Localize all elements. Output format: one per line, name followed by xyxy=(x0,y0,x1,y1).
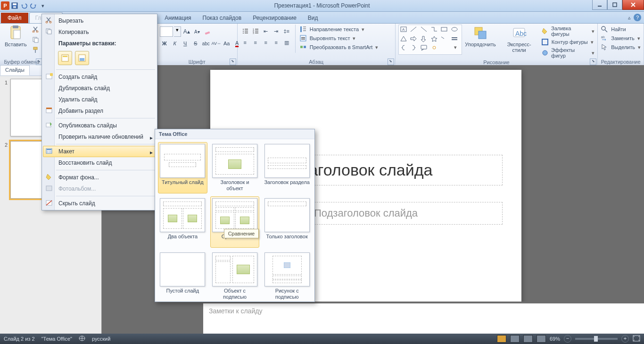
bullets-icon[interactable] xyxy=(240,26,250,36)
view-reading-icon[interactable] xyxy=(523,335,533,343)
cut-icon[interactable] xyxy=(31,25,40,34)
paste-opt-keep[interactable] xyxy=(75,51,89,65)
layout-title-content[interactable]: Заголовок и объект xyxy=(210,142,260,193)
shape-textbox-icon[interactable]: A xyxy=(400,26,410,35)
ctx-format-bg[interactable]: Формат фона... xyxy=(43,172,156,183)
tab-anim[interactable]: Анимация xyxy=(159,13,197,23)
qat-more-icon[interactable]: ▾ xyxy=(39,1,47,10)
paste-opt-theme[interactable] xyxy=(58,51,72,65)
columns-icon[interactable]: ▥ xyxy=(282,38,291,47)
font-size-dropdown-icon[interactable]: ▾ xyxy=(174,26,181,37)
save-icon[interactable] xyxy=(10,1,19,10)
shape-lbrace-icon[interactable] xyxy=(400,44,410,53)
format-painter-icon[interactable] xyxy=(31,45,40,55)
paste-button[interactable]: Вставить xyxy=(3,25,29,48)
para-launcher-icon[interactable]: ⬊ xyxy=(388,59,394,65)
shape-fill-button[interactable]: Заливка фигуры▾ xyxy=(541,25,594,37)
grow-font-icon[interactable]: A▴ xyxy=(182,27,191,36)
decrease-indent-icon[interactable]: ⇤ xyxy=(261,26,271,36)
shape-connector-icon[interactable] xyxy=(430,26,440,35)
layout-picture-caption[interactable]: Рисунок с подписью xyxy=(262,251,312,302)
shape-star-icon[interactable] xyxy=(430,35,440,44)
redo-icon[interactable] xyxy=(29,1,38,10)
close-button[interactable] xyxy=(622,0,644,10)
shape-triangle-icon[interactable] xyxy=(400,35,410,44)
layout-section-header[interactable]: Заголовок раздела xyxy=(262,142,312,193)
ctx-new-slide[interactable]: Создать слайд xyxy=(43,71,156,83)
align-right-icon[interactable]: ≡ xyxy=(261,38,271,47)
layout-comparison[interactable]: Сравнение Сравнение xyxy=(210,196,260,248)
app-icon[interactable]: P xyxy=(1,1,9,10)
ctx-layout[interactable]: Макет▸ xyxy=(43,146,156,157)
layout-title-slide[interactable]: Титульный слайд xyxy=(158,142,207,193)
ctx-copy[interactable]: Копировать xyxy=(43,26,156,38)
numbering-icon[interactable]: 123 xyxy=(251,26,260,36)
ctx-check-updates[interactable]: Проверить наличие обновлений▸ xyxy=(43,131,156,143)
align-center-icon[interactable]: ≡ xyxy=(251,38,260,47)
line-spacing-icon[interactable]: ‡≡ xyxy=(282,26,291,36)
replace-button[interactable]: abЗаменить▾ xyxy=(601,34,640,42)
tab-file[interactable]: Файл xyxy=(1,13,28,23)
justify-icon[interactable]: ≡ xyxy=(272,38,281,47)
arrange-button[interactable]: Упорядочить xyxy=(464,25,497,48)
shape-line-icon[interactable] xyxy=(410,26,420,35)
ctx-reset[interactable]: Восстановить слайд xyxy=(43,157,156,168)
shapes-more-icon[interactable]: ▾ xyxy=(451,44,461,53)
shapes-gallery[interactable]: A ▾ xyxy=(398,25,462,55)
align-text-button[interactable]: Выровнять текст▾ xyxy=(299,34,378,42)
ctx-hide[interactable]: Скрыть слайд xyxy=(43,198,156,209)
view-slideshow-icon[interactable] xyxy=(537,335,546,343)
shape-equal-icon[interactable] xyxy=(451,35,461,44)
zoom-out-icon[interactable]: − xyxy=(564,335,571,343)
zoom-in-icon[interactable]: + xyxy=(621,335,629,343)
layout-title-only[interactable]: Только заголовок xyxy=(262,196,312,248)
font-size-combo[interactable] xyxy=(160,26,173,37)
spacing-icon[interactable]: AV↔ xyxy=(212,39,221,48)
view-normal-icon[interactable] xyxy=(497,335,506,343)
shape-oval-icon[interactable] xyxy=(451,26,461,35)
shape-arrow-d-icon[interactable] xyxy=(420,35,430,44)
layout-blank[interactable]: Пустой слайд xyxy=(158,251,207,302)
zoom-slider[interactable] xyxy=(575,338,618,340)
ctx-cut[interactable]: Вырезать xyxy=(43,15,156,26)
tab-slides[interactable]: Слайды xyxy=(0,65,30,76)
shadow-icon[interactable]: abc xyxy=(201,39,211,48)
ribbon-minimize-icon[interactable]: ▵ xyxy=(628,15,631,21)
view-sorter-icon[interactable] xyxy=(510,335,520,343)
shape-line2-icon[interactable] xyxy=(420,26,430,35)
ctx-dup-slide[interactable]: Дублировать слайд xyxy=(43,83,156,94)
layout-content-caption[interactable]: Объект с подписью xyxy=(210,251,260,302)
align-left-icon[interactable]: ≡ xyxy=(240,38,250,47)
shape-effects-button[interactable]: Эффекты фигур▾ xyxy=(541,47,594,59)
bold-icon[interactable]: Ж xyxy=(160,39,169,48)
ctx-del-slide[interactable]: Удалить слайд xyxy=(43,94,156,105)
draw-launcher-icon[interactable]: ⬊ xyxy=(590,59,596,65)
notes-pane[interactable]: Заметки к слайду xyxy=(203,302,644,334)
quick-styles-button[interactable]: Abc Экспресс-стили xyxy=(499,25,539,54)
shape-arrow-r-icon[interactable] xyxy=(410,35,420,44)
ctx-add-section[interactable]: Добавить раздел xyxy=(43,105,156,117)
clear-format-icon[interactable] xyxy=(203,27,212,36)
text-direction-button[interactable]: Направление текста▾ xyxy=(299,25,378,33)
minimize-button[interactable] xyxy=(592,0,607,10)
smartart-button[interactable]: Преобразовать в SmartArt▾ xyxy=(299,43,378,51)
tab-view[interactable]: Вид xyxy=(302,13,324,23)
help-icon[interactable]: ? xyxy=(634,14,641,21)
font-launcher-icon[interactable]: ⬊ xyxy=(230,59,236,65)
layout-two-content[interactable]: Два объекта xyxy=(158,196,207,248)
shape-callout-icon[interactable] xyxy=(420,44,430,53)
underline-icon[interactable]: Ч xyxy=(181,39,190,48)
shape-rect-icon[interactable] xyxy=(440,26,450,35)
copy-icon[interactable] xyxy=(31,35,40,44)
shape-outline-button[interactable]: Контур фигуры▾ xyxy=(541,38,594,46)
find-button[interactable]: Найти xyxy=(601,25,626,33)
shape-sun-icon[interactable] xyxy=(430,44,440,53)
strike-icon[interactable]: S xyxy=(191,39,200,48)
shrink-font-icon[interactable]: A▾ xyxy=(192,27,202,36)
ctx-publish[interactable]: Опубликовать слайды xyxy=(43,120,156,131)
tab-show[interactable]: Показ слайдов xyxy=(197,13,248,23)
italic-icon[interactable]: К xyxy=(170,39,180,48)
fit-icon[interactable] xyxy=(633,335,640,343)
shape-rbrace-icon[interactable] xyxy=(410,44,420,53)
shape-chevron-icon[interactable] xyxy=(440,35,450,44)
